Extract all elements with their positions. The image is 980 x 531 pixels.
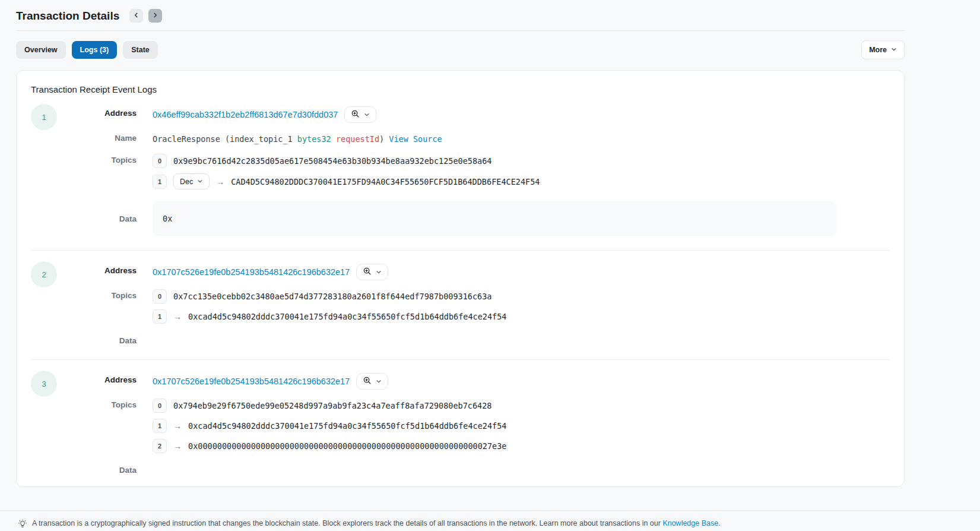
data-label: Data: [71, 466, 137, 475]
topic-index-badge: 0: [153, 399, 167, 413]
log-entry: 1Address0x46eff99cab332f1b2eb2ff6813d67e…: [31, 106, 890, 251]
log-data-box: 0x: [153, 201, 836, 236]
topic-row: 1Dec→CAD4D5C94802DDDC370041E175FD94A0C34…: [153, 173, 890, 189]
chevron-down-icon: [364, 110, 370, 119]
page-title: Transaction Details: [16, 10, 119, 23]
zoom-in-icon: [363, 267, 372, 277]
event-logs-card: Transaction Receipt Event Logs 1Address0…: [16, 70, 905, 487]
address-link[interactable]: 0x1707c526e19fe0b254193b5481426c196b632e…: [153, 377, 350, 386]
topic-value: 0xcad4d5c94802dddc370041e175fd94a0c34f55…: [188, 421, 506, 431]
event-name-part: OracleResponse (index_topic_1: [153, 134, 297, 144]
name-label: Name: [71, 131, 137, 143]
log-data-value: 0x: [163, 214, 172, 223]
transaction-details-page: Transaction Details Overview Logs (3) St…: [0, 0, 980, 531]
topic-row: 2→0x000000000000000000000000000000000000…: [153, 438, 890, 454]
footer-text: A transaction is a cryptographically sig…: [32, 519, 721, 529]
topic-index-badge: 1: [153, 419, 167, 433]
topic-row: 00x7cc135e0cebb02c3480ae5d74d377283180a2…: [153, 289, 890, 304]
topic-decode-select[interactable]: Dec: [173, 173, 210, 189]
topic-value: 0x00000000000000000000000000000000000000…: [188, 441, 506, 451]
topic-row: 1→0xcad4d5c94802dddc370041e175fd94a0c34f…: [153, 418, 890, 434]
toolbar: Overview Logs (3) State More: [16, 31, 905, 66]
chevron-down-icon: [376, 377, 382, 386]
log-entry: 3Address0x1707c526e19fe0b254193b5481426c…: [31, 360, 890, 478]
more-button[interactable]: More: [861, 40, 905, 59]
data-label: Data: [71, 336, 137, 345]
address-label: Address: [71, 106, 137, 118]
zoom-in-icon: [363, 376, 372, 387]
arrow-right-icon: →: [173, 422, 182, 430]
topic-value: CAD4D5C94802DDDC370041E175FD94A0C34F5565…: [231, 177, 540, 187]
lightbulb-icon: [18, 519, 27, 531]
view-source-link[interactable]: View Source: [389, 134, 442, 144]
address-link[interactable]: 0x1707c526e19fe0b254193b5481426c196b632e…: [153, 267, 350, 277]
page-footer: A transaction is a cryptographically sig…: [0, 510, 980, 531]
topic-decode-value: Dec: [180, 178, 193, 186]
card-title: Transaction Receipt Event Logs: [31, 84, 890, 94]
topic-row: 00x794eb9e29f6750ede99e05248d997a9ab9fa2…: [153, 398, 890, 413]
chevron-down-icon: [197, 178, 203, 186]
footer-text-after: .: [718, 519, 720, 527]
topic-index-badge: 2: [153, 439, 167, 453]
event-name-part: requestId: [331, 134, 379, 144]
topic-index-badge: 1: [153, 175, 167, 189]
topic-row: 1→0xcad4d5c94802dddc370041e175fd94a0c34f…: [153, 309, 890, 324]
arrow-right-icon: →: [173, 442, 182, 450]
knowledge-base-link[interactable]: Knowledge Base: [662, 519, 718, 527]
topic-index-badge: 0: [153, 289, 167, 304]
log-number-badge: 1: [31, 104, 57, 130]
topic-row: 00x9e9bc7616d42c2835d05ae617e508454e63b3…: [153, 153, 890, 169]
next-transaction-button[interactable]: [148, 9, 162, 23]
event-name: OracleResponse (index_topic_1 bytes32 re…: [153, 131, 890, 145]
chevron-right-icon: [152, 11, 158, 20]
event-name-part: ): [379, 134, 389, 144]
tab-logs[interactable]: Logs (3): [72, 41, 118, 59]
chevron-down-icon: [376, 268, 382, 277]
chevron-left-icon: [133, 11, 139, 20]
address-inspect-button[interactable]: [356, 264, 388, 280]
address-inspect-button[interactable]: [356, 373, 388, 390]
tab-state[interactable]: State: [123, 41, 158, 59]
address-inspect-button[interactable]: [344, 106, 376, 123]
address-link[interactable]: 0x46eff99cab332f1b2eb2ff6813d67e7d30fdd0…: [153, 110, 338, 119]
chevron-down-icon: [891, 46, 897, 54]
log-number-badge: 3: [31, 371, 57, 397]
zoom-in-icon: [351, 109, 360, 120]
more-button-label: More: [869, 46, 887, 54]
event-name-part: bytes32: [297, 134, 331, 144]
log-entry: 2Address0x1707c526e19fe0b254193b5481426c…: [31, 251, 890, 360]
log-number-badge: 2: [31, 261, 57, 287]
address-label: Address: [71, 373, 137, 384]
address-label: Address: [71, 264, 137, 275]
footer-text-before: A transaction is a cryptographically sig…: [32, 519, 662, 527]
arrow-right-icon: →: [173, 312, 182, 321]
logs-list: 1Address0x46eff99cab332f1b2eb2ff6813d67e…: [31, 106, 890, 478]
topics-label: Topics: [71, 153, 137, 165]
topic-value: 0x9e9bc7616d42c2835d05ae617e508454e63b30…: [173, 156, 491, 166]
topics-label: Topics: [71, 289, 137, 300]
data-label: Data: [71, 214, 137, 223]
page-header: Transaction Details: [16, 0, 905, 31]
prev-transaction-button[interactable]: [129, 9, 143, 23]
topic-index-badge: 1: [153, 309, 167, 324]
topics-label: Topics: [71, 398, 137, 409]
topic-value: 0xcad4d5c94802dddc370041e175fd94a0c34f55…: [188, 312, 506, 321]
topic-index-badge: 0: [153, 154, 167, 168]
tab-overview[interactable]: Overview: [16, 41, 66, 59]
tab-bar: Overview Logs (3) State: [16, 41, 158, 59]
topic-value: 0x7cc135e0cebb02c3480ae5d74d377283180a26…: [173, 292, 491, 301]
topic-value: 0x794eb9e29f6750ede99e05248d997a9ab9fa23…: [173, 401, 491, 410]
arrow-right-icon: →: [216, 178, 224, 186]
